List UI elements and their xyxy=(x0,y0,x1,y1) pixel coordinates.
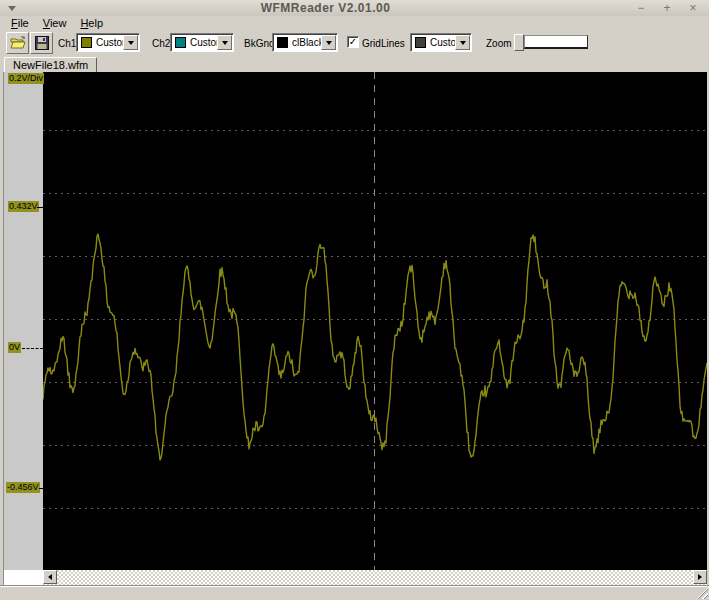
title-bar: WFMReader V2.01.00 − + × xyxy=(0,0,709,16)
waveform-workspace: 0.2V/Div 0.432V 0V -0.456V xyxy=(0,72,709,585)
max-tick-mark xyxy=(37,207,43,208)
arrow-right-icon xyxy=(698,574,702,580)
horizontal-scrollbar[interactable] xyxy=(43,570,707,585)
app-window: WFMReader V2.01.00 − + × File View Help xyxy=(0,0,709,600)
zero-tick-mark xyxy=(22,348,43,349)
scrollbar-corner-box xyxy=(4,570,43,585)
menu-bar: File View Help xyxy=(0,16,709,30)
scroll-right-button[interactable] xyxy=(693,570,707,584)
gridlines-checkbox[interactable]: ✓ xyxy=(347,36,359,48)
status-bar xyxy=(0,585,709,600)
ch2-combo-arrow-icon[interactable] xyxy=(217,35,232,50)
tab-bar: NewFile18.wfm xyxy=(0,56,709,72)
check-icon: ✓ xyxy=(349,37,357,47)
ch1-combo-arrow-icon[interactable] xyxy=(123,35,138,50)
axis-label-margin xyxy=(4,72,43,570)
save-file-button[interactable] xyxy=(30,32,53,54)
bkgnd-color-value: clBlack xyxy=(292,37,321,48)
zoom-slider-groove[interactable] xyxy=(524,35,588,49)
min-value-label: -0.456V xyxy=(6,482,40,493)
bkgnd-combo-arrow-icon[interactable] xyxy=(321,35,336,50)
ch1-color-value: Custom... xyxy=(96,37,123,48)
scroll-left-button[interactable] xyxy=(43,570,57,584)
open-file-button[interactable] xyxy=(6,32,29,54)
ch1-label: Ch1 xyxy=(58,32,76,54)
ch2-color-value: Custom... xyxy=(190,37,217,48)
ch2-color-swatch xyxy=(175,37,186,48)
gridlines-label: GridLines xyxy=(362,32,405,54)
max-value-label: 0.432V xyxy=(8,201,39,212)
tab-newfile18[interactable]: NewFile18.wfm xyxy=(4,57,97,72)
menu-file[interactable]: File xyxy=(4,17,36,29)
min-tick-mark xyxy=(39,488,43,489)
waveform-canvas[interactable] xyxy=(43,72,707,570)
window-menu-icon[interactable] xyxy=(8,6,16,11)
menu-help[interactable]: Help xyxy=(73,17,110,29)
gridlines-combo-arrow-icon[interactable] xyxy=(455,35,470,50)
gridlines-color-value: Custom... xyxy=(430,37,455,48)
ch1-color-swatch xyxy=(81,37,92,48)
bkgnd-color-swatch xyxy=(277,37,288,48)
zoom-slider-thumb[interactable] xyxy=(514,34,524,51)
gridlines-color-swatch xyxy=(415,37,426,48)
window-title: WFMReader V2.01.00 xyxy=(16,1,635,15)
menu-view[interactable]: View xyxy=(36,17,74,29)
gridlines-color-combo[interactable]: Custom... xyxy=(410,33,472,52)
volts-per-div-label: 0.2V/Div xyxy=(8,73,44,84)
open-folder-icon xyxy=(10,36,26,50)
arrow-left-icon xyxy=(48,574,52,580)
maximize-button[interactable]: + xyxy=(661,1,673,15)
ch2-label: Ch2 xyxy=(152,32,170,54)
save-floppy-icon xyxy=(35,36,49,50)
bkgnd-label: BkGnd xyxy=(244,32,275,54)
resize-grip[interactable] xyxy=(695,586,708,599)
close-button[interactable]: × xyxy=(687,1,699,15)
toolbar: Ch1 Custom... Ch2 Custom... BkGnd clBlac… xyxy=(0,30,709,56)
ch2-color-combo[interactable]: Custom... xyxy=(170,33,234,52)
bkgnd-color-combo[interactable]: clBlack xyxy=(272,33,338,52)
minimize-button[interactable]: − xyxy=(635,1,647,15)
zero-value-label: 0V xyxy=(8,342,21,353)
zoom-label: Zoom xyxy=(486,32,512,54)
ch1-color-combo[interactable]: Custom... xyxy=(76,33,140,52)
